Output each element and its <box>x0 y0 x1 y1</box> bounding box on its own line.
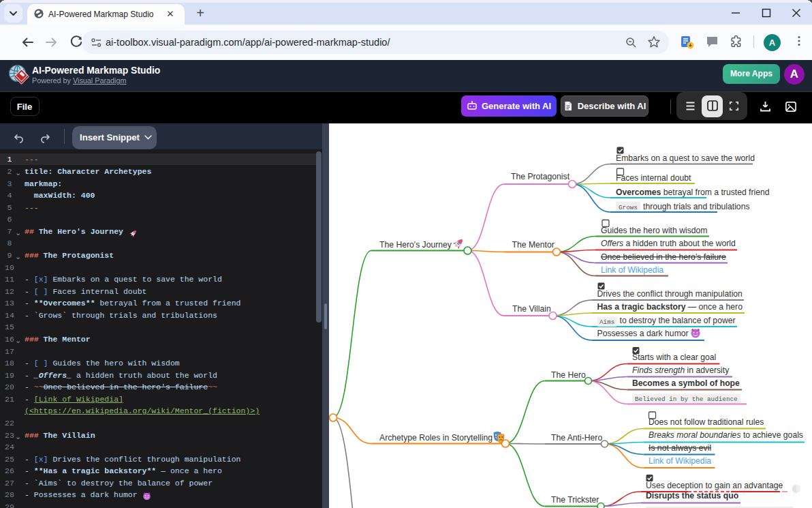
svg-text:Offers a hidden truth about th: Offers a hidden truth about the world <box>601 239 736 248</box>
svg-text:Does not follow traditional ru: Does not follow traditional rules <box>649 417 764 427</box>
svg-text:Is not always evil: Is not always evil <box>649 443 711 453</box>
svg-text:The Villain: The Villain <box>512 304 551 314</box>
svg-text:Finds strength in adversity: Finds strength in adversity <box>632 365 730 375</box>
svg-text:Link of Wikipedia: Link of Wikipedia <box>601 265 663 275</box>
svg-text:Grows: Grows <box>619 204 638 211</box>
svg-text:The Hero: The Hero <box>551 370 586 380</box>
svg-text:The Anti-Hero: The Anti-Hero <box>551 433 602 443</box>
svg-text:The Trickster: The Trickster <box>551 495 599 505</box>
svg-text:through trials and tribulation: through trials and tribulations <box>643 202 750 211</box>
svg-text:Embarks on a quest to save the: Embarks on a quest to save the world <box>616 153 755 163</box>
svg-text:The Mentor: The Mentor <box>512 240 555 250</box>
svg-text:Overcomes betrayal from a trus: Overcomes betrayal from a trusted friend <box>616 188 770 197</box>
svg-text:Becomes a symbol of hope: Becomes a symbol of hope <box>632 378 740 388</box>
svg-text:Once believed in the hero's fa: Once believed in the hero's failure <box>601 252 726 262</box>
svg-text:Disrupts the status quo: Disrupts the status quo <box>646 491 738 500</box>
svg-text:Uses deception to gain an adva: Uses deception to gain an advantage <box>646 481 783 490</box>
svg-text:Archetype Roles in Storytellin: Archetype Roles in Storytelling <box>379 433 493 443</box>
svg-text:Has a tragic backstory — once: Has a tragic backstory — once a hero <box>597 302 743 312</box>
svg-text:Starts with a clear goal: Starts with a clear goal <box>632 353 716 362</box>
svg-text:Breaks moral boundaries to ach: Breaks moral boundaries to achieve goals <box>649 430 803 440</box>
svg-text:Faces internal doubt: Faces internal doubt <box>616 173 691 183</box>
svg-text:Link of Wikipedia: Link of Wikipedia <box>649 456 711 466</box>
svg-text:Believed in by the audience: Believed in by the audience <box>635 395 738 403</box>
svg-text:Guides the hero with wisdom: Guides the hero with wisdom <box>601 226 707 235</box>
svg-text:to destroy the balance of powe: to destroy the balance of power <box>620 316 736 325</box>
svg-text:Possesses a dark humor: Possesses a dark humor <box>597 329 689 338</box>
svg-text:The Hero's Journey: The Hero's Journey <box>379 240 452 250</box>
svg-text:Drives the conflict through ma: Drives the conflict through manipulation <box>597 289 743 299</box>
svg-text:Aims: Aims <box>599 318 614 326</box>
svg-text:The Protagonist: The Protagonist <box>511 172 570 181</box>
